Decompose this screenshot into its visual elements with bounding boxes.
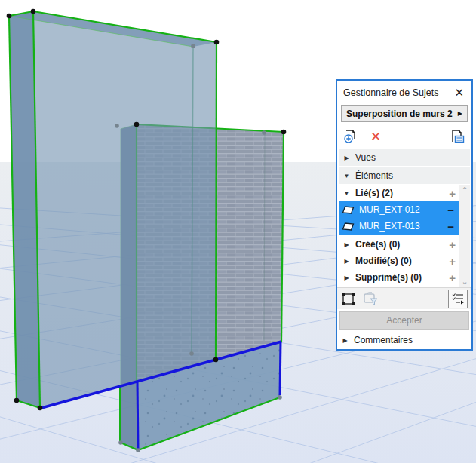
topic-settings-icon[interactable]	[450, 129, 465, 144]
section-commentaires-label: Commentaires	[354, 335, 413, 345]
topic-selector-value: Superposition de murs 2	[346, 109, 453, 119]
item-label: MUR_EXT-013	[359, 221, 420, 232]
panel-titlebar: Gestionnaire de Sujets ✕	[337, 81, 471, 104]
topic-manager-panel: Gestionnaire de Sujets ✕ Superposition d…	[336, 79, 473, 351]
section-elements[interactable]: ▼ Éléments	[339, 167, 470, 184]
group-created[interactable]: ▶ Créé(s) (0) +	[339, 236, 459, 253]
group-deleted-label: Supprimé(s) (0)	[355, 272, 422, 283]
elements-list: ▼ Lié(s) (2) + MUR_EXT-012 − MUR_EXT-013	[339, 185, 470, 287]
accept-button-label: Accepter	[386, 315, 422, 326]
add-modified-button[interactable]: +	[449, 256, 456, 267]
close-icon[interactable]: ✕	[453, 86, 465, 99]
filter-elements-icon-disabled	[363, 292, 379, 306]
wall-icon	[342, 204, 355, 215]
new-topic-icon[interactable]	[343, 129, 358, 144]
chevron-down-icon: ▼	[343, 190, 350, 197]
add-deleted-button[interactable]: +	[449, 272, 456, 284]
topic-selector-dropdown[interactable]: Superposition de murs 2 ▶	[341, 105, 468, 122]
group-created-label: Créé(s) (0)	[355, 239, 400, 250]
detail-list-options-button[interactable]	[448, 290, 468, 308]
item-label: MUR_EXT-012	[359, 204, 420, 215]
scroll-up-icon[interactable]: ⌃	[461, 186, 468, 195]
chevron-right-icon: ▶	[343, 258, 350, 265]
accept-button-disabled[interactable]: Accepter	[339, 311, 469, 330]
add-created-button[interactable]: +	[449, 239, 456, 250]
chevron-down-icon: ▼	[343, 173, 350, 179]
panel-toolbar: ✕	[337, 125, 471, 148]
chevron-right-icon: ▶	[343, 241, 350, 248]
section-vues-label: Vues	[355, 152, 376, 163]
dropdown-arrow-icon: ▶	[458, 110, 462, 117]
delete-topic-icon[interactable]: ✕	[370, 130, 381, 143]
add-linked-button[interactable]: +	[449, 188, 456, 199]
section-vues[interactable]: ▶ Vues	[339, 149, 470, 166]
group-modified[interactable]: ▶ Modifié(s) (0) +	[339, 253, 459, 269]
remove-item-button[interactable]: −	[447, 221, 454, 232]
group-linked[interactable]: ▼ Lié(s) (2) +	[339, 185, 459, 201]
group-modified-label: Modifié(s) (0)	[355, 256, 412, 266]
group-deleted[interactable]: ▶ Supprimé(s) (0) +	[339, 269, 459, 286]
chevron-right-icon: ▶	[343, 274, 350, 281]
panel-toolrow	[337, 287, 471, 309]
checklist-icon	[451, 292, 465, 305]
list-item-mur-ext-012[interactable]: MUR_EXT-012 −	[339, 201, 459, 218]
wall-large-mur-ext-012[interactable]	[9, 11, 217, 408]
wall-icon	[342, 221, 355, 232]
section-commentaires[interactable]: ▶ Commentaires	[337, 331, 471, 349]
list-scrollbar[interactable]: ⌃ ⌄	[459, 185, 470, 287]
group-linked-label: Lié(s) (2)	[355, 188, 393, 198]
chevron-right-icon: ▶	[342, 337, 349, 344]
scroll-down-icon[interactable]: ⌄	[461, 277, 468, 286]
chevron-right-icon: ▶	[343, 155, 350, 161]
remove-item-button[interactable]: −	[447, 204, 454, 216]
panel-title: Gestionnaire de Sujets	[343, 87, 438, 98]
section-elements-label: Éléments	[355, 170, 393, 181]
marquee-select-icon[interactable]	[341, 292, 355, 306]
application-window: Gestionnaire de Sujets ✕ Superposition d…	[0, 0, 476, 463]
list-item-mur-ext-013[interactable]: MUR_EXT-013 −	[339, 218, 459, 235]
